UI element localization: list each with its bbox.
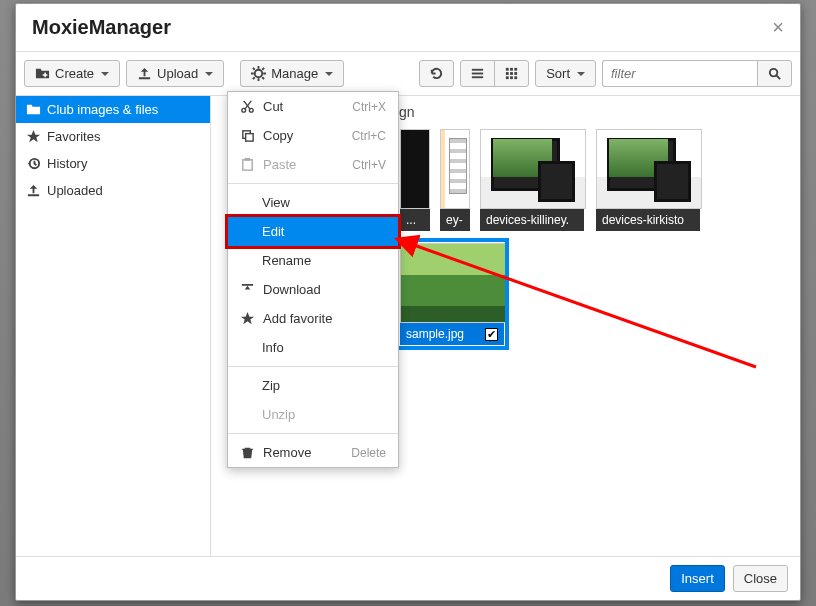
menu-paste: Paste Ctrl+V: [228, 150, 398, 179]
svg-rect-16: [514, 68, 517, 71]
thumb-label: ey-: [446, 213, 463, 227]
copy-icon: [240, 128, 255, 143]
svg-rect-17: [506, 72, 509, 75]
upload-button[interactable]: Upload: [126, 60, 224, 87]
menu-separator: [228, 366, 398, 367]
svg-line-8: [262, 77, 264, 79]
search-button[interactable]: [757, 60, 792, 87]
sidebar: Club images & files Favorites History Up…: [16, 96, 211, 556]
caret-icon: [101, 72, 109, 76]
refresh-button[interactable]: [419, 60, 454, 87]
svg-rect-13: [472, 76, 483, 78]
menu-rename[interactable]: Rename: [228, 246, 398, 275]
menu-view[interactable]: View: [228, 188, 398, 217]
sidebar-item-label: Club images & files: [47, 102, 158, 117]
moxiemanager-modal: MoxieManager × Create Upload Manage: [15, 3, 801, 601]
svg-rect-15: [510, 68, 513, 71]
search-icon: [767, 66, 782, 81]
folder-plus-icon: [35, 66, 50, 81]
thumbnail[interactable]: ey-: [439, 128, 469, 232]
thumb-label: devices-kirkisto: [602, 213, 684, 227]
gear-icon: [251, 66, 266, 81]
modal-title: MoxieManager: [32, 16, 171, 39]
svg-rect-14: [506, 68, 509, 71]
caret-icon: [205, 72, 213, 76]
refresh-icon: [429, 66, 444, 81]
insert-button[interactable]: Insert: [670, 565, 725, 592]
menu-cut[interactable]: Cut Ctrl+X: [228, 92, 398, 121]
sort-button[interactable]: Sort: [535, 60, 596, 87]
svg-point-23: [770, 69, 778, 77]
create-button[interactable]: Create: [24, 60, 120, 87]
menu-info[interactable]: Info: [228, 333, 398, 362]
paste-icon: [240, 157, 255, 172]
thumbnail[interactable]: devices-killiney.: [479, 128, 585, 232]
upload-icon: [137, 66, 152, 81]
grid-view-button[interactable]: [494, 60, 529, 87]
history-icon: [26, 156, 41, 171]
manage-label: Manage: [271, 66, 318, 81]
filter: [602, 60, 792, 87]
sidebar-item-uploaded[interactable]: Uploaded: [16, 177, 210, 204]
caret-icon: [577, 72, 585, 76]
thumb-label: sample.jpg: [406, 327, 464, 341]
menu-edit[interactable]: Edit: [228, 217, 398, 246]
upload-icon: [26, 183, 41, 198]
thumb-label: devices-killiney.: [486, 213, 569, 227]
svg-rect-33: [245, 158, 251, 161]
toolbar: Create Upload Manage: [16, 52, 800, 96]
manage-button[interactable]: Manage: [240, 60, 344, 87]
star-icon: [26, 129, 41, 144]
svg-rect-32: [243, 160, 252, 170]
body: Club images & files Favorites History Up…: [16, 96, 800, 556]
menu-separator: [228, 183, 398, 184]
close-icon[interactable]: ×: [772, 16, 784, 39]
menu-separator: [228, 433, 398, 434]
svg-rect-1: [43, 74, 48, 76]
check-icon[interactable]: ✔: [485, 328, 498, 341]
folder-icon: [26, 102, 41, 117]
sidebar-item-club[interactable]: Club images & files: [16, 96, 210, 123]
close-button[interactable]: Close: [733, 565, 788, 592]
svg-line-9: [253, 77, 255, 79]
list-icon: [470, 66, 485, 81]
sidebar-item-label: Uploaded: [47, 183, 103, 198]
download-icon: [240, 282, 255, 297]
svg-line-24: [776, 75, 780, 79]
view-toggle: [460, 60, 529, 87]
trash-icon: [240, 445, 255, 460]
context-menu: Cut Ctrl+X Copy Ctrl+C Paste Ctrl+V View…: [227, 91, 399, 468]
thumbnail[interactable]: ...: [399, 128, 429, 232]
caret-icon: [325, 72, 333, 76]
menu-favorite[interactable]: Add favorite: [228, 304, 398, 333]
modal-header: MoxieManager ×: [16, 4, 800, 52]
menu-remove[interactable]: Remove Delete: [228, 438, 398, 467]
svg-rect-18: [510, 72, 513, 75]
menu-download[interactable]: Download: [228, 275, 398, 304]
create-label: Create: [55, 66, 94, 81]
menu-copy[interactable]: Copy Ctrl+C: [228, 121, 398, 150]
sidebar-item-history[interactable]: History: [16, 150, 210, 177]
grid-icon: [504, 66, 519, 81]
footer: Insert Close: [16, 556, 800, 600]
thumbnail-selected[interactable]: sample.jpg ✔: [399, 242, 505, 346]
svg-line-7: [253, 68, 255, 70]
sidebar-item-label: Favorites: [47, 129, 100, 144]
svg-rect-11: [472, 69, 483, 71]
svg-rect-21: [510, 76, 513, 79]
star-icon: [240, 311, 255, 326]
menu-unzip: Unzip: [228, 400, 398, 429]
list-view-button[interactable]: [460, 60, 495, 87]
svg-line-10: [262, 68, 264, 70]
menu-zip[interactable]: Zip: [228, 371, 398, 400]
thumbnail[interactable]: devices-kirkisto: [595, 128, 701, 232]
svg-rect-31: [246, 134, 254, 142]
svg-rect-20: [506, 76, 509, 79]
upload-label: Upload: [157, 66, 198, 81]
breadcrumb-trailing: gn: [399, 104, 415, 120]
filter-input[interactable]: [602, 60, 757, 87]
svg-rect-12: [472, 73, 483, 75]
cut-icon: [240, 99, 255, 114]
sidebar-item-favorites[interactable]: Favorites: [16, 123, 210, 150]
svg-rect-22: [514, 76, 517, 79]
